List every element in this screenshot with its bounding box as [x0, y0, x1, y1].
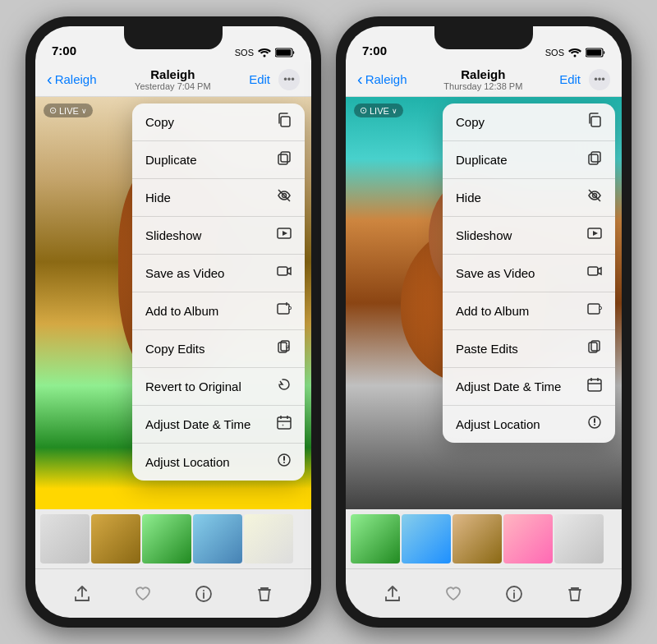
info-button-left[interactable] — [195, 585, 213, 603]
menu-datetime-right[interactable]: Adjust Date & Time — [443, 368, 615, 406]
menu-duplicate-left[interactable]: Duplicate — [132, 141, 305, 179]
nav-back-left[interactable]: ‹ Raleigh — [47, 70, 97, 89]
menu-pasteedits-right[interactable]: Paste Edits — [443, 330, 615, 368]
nav-title-main-left: Raleigh — [135, 67, 211, 81]
menu-addalbum-icon-left — [277, 301, 292, 320]
menu-revert-icon-left — [277, 377, 292, 396]
heart-button-right[interactable] — [444, 585, 462, 603]
menu-addalbum-label-right: Add to Album — [456, 304, 529, 318]
menu-savevideo-left[interactable]: Save as Video — [132, 255, 305, 292]
phone-right-screen: 7:00 SOS — [346, 26, 622, 618]
menu-pasteedits-icon-right — [587, 339, 602, 358]
menu-slideshow-icon-left — [277, 226, 292, 245]
nav-title-main-right: Raleigh — [443, 67, 522, 81]
thumb-1-left[interactable] — [40, 514, 90, 564]
live-dot-left: ⊙ — [49, 105, 57, 116]
wifi-icon-right — [568, 48, 581, 58]
nav-right-left: Edit ••• — [249, 69, 300, 90]
bottom-toolbar-right — [346, 568, 622, 618]
menu-location-right[interactable]: Adjust Location — [443, 406, 615, 443]
menu-datetime-label-right: Adjust Date & Time — [456, 380, 561, 393]
menu-copy-right[interactable]: Copy — [443, 104, 615, 141]
menu-copyedits-label-left: Copy Edits — [145, 342, 205, 356]
thumb-2-right[interactable] — [402, 514, 451, 564]
thumb-5-left[interactable] — [244, 514, 293, 564]
thumb-2-left[interactable] — [91, 514, 140, 564]
nav-edit-left[interactable]: Edit — [249, 72, 270, 86]
svg-point-26 — [203, 590, 204, 591]
status-time-left: 7:00 — [52, 44, 76, 58]
menu-datetime-label-left: Adjust Date & Time — [145, 417, 250, 431]
menu-savevideo-label-right: Save as Video — [456, 266, 535, 280]
menu-copy-left[interactable]: Copy — [132, 104, 305, 141]
carrier-right: SOS — [545, 48, 564, 58]
thumb-4-left[interactable] — [193, 514, 242, 564]
nav-subtitle-left: Yesterday 7:04 PM — [135, 81, 211, 91]
menu-revert-left[interactable]: Revert to Original — [132, 368, 305, 406]
svg-rect-5 — [281, 152, 290, 162]
share-button-left[interactable] — [73, 585, 91, 603]
svg-rect-39 — [588, 304, 600, 314]
carrier-left: SOS — [235, 48, 254, 58]
svg-rect-3 — [281, 117, 290, 126]
menu-location-icon-left — [277, 453, 292, 472]
menu-copyedits-icon-left — [277, 339, 292, 358]
menu-hide-label-right: Hide — [456, 191, 481, 205]
phone-left-screen: 7:00 SOS — [35, 26, 311, 618]
nav-title-left: Raleigh Yesterday 7:04 PM — [135, 67, 211, 91]
thumbnail-strip-right — [346, 509, 622, 568]
svg-rect-4 — [278, 154, 287, 164]
thumb-3-left[interactable] — [142, 514, 191, 564]
nav-more-right[interactable]: ••• — [589, 69, 610, 90]
svg-rect-10 — [278, 267, 287, 275]
phone-left: 7:00 SOS — [25, 16, 321, 628]
menu-slideshow-label-left: Slideshow — [145, 228, 201, 242]
thumb-5-right[interactable] — [554, 514, 604, 564]
menu-savevideo-label-left: Save as Video — [145, 266, 224, 280]
wifi-icon-left — [258, 48, 271, 58]
menu-slideshow-right[interactable]: Slideshow — [443, 217, 615, 255]
thumbnail-strip-left — [35, 509, 311, 568]
nav-back-label-left: Raleigh — [55, 72, 97, 86]
menu-hide-left[interactable]: Hide — [132, 179, 305, 217]
nav-edit-right[interactable]: Edit — [559, 72, 581, 86]
nav-bar-right: ‹ Raleigh Raleigh Thursday 12:38 PM Edit… — [346, 62, 622, 97]
nav-subtitle-right: Thursday 12:38 PM — [443, 81, 522, 91]
trash-button-left[interactable] — [255, 585, 273, 603]
nav-more-left[interactable]: ••• — [278, 69, 300, 90]
phone-right: 7:00 SOS — [336, 16, 632, 628]
menu-revert-label-left: Revert to Original — [145, 380, 241, 393]
svg-rect-17 — [278, 417, 291, 429]
trash-button-right[interactable] — [566, 585, 584, 603]
menu-location-label-left: Adjust Location — [145, 455, 230, 469]
live-badge-left[interactable]: ⊙ LIVE ∨ — [44, 104, 93, 117]
menu-duplicate-right[interactable]: Duplicate — [443, 141, 615, 179]
context-menu-right: Copy Duplicate Hide — [443, 104, 615, 443]
live-badge-right[interactable]: ⊙ LIVE ∨ — [354, 104, 403, 117]
photo-area-right: ⊙ LIVE ∨ Copy Duplicate — [346, 97, 622, 509]
photo-area-left: ⊙ LIVE ∨ Copy Duplicate — [35, 97, 311, 509]
thumb-3-right[interactable] — [453, 514, 502, 564]
menu-datetime-left[interactable]: Adjust Date & Time + — [132, 406, 305, 444]
menu-copyedits-left[interactable]: Copy Edits — [132, 330, 305, 368]
svg-text:+: + — [282, 422, 284, 427]
menu-location-label-right: Adjust Location — [456, 417, 540, 431]
menu-slideshow-left[interactable]: Slideshow — [132, 217, 305, 255]
menu-addalbum-right[interactable]: Add to Album — [443, 292, 615, 330]
heart-button-left[interactable] — [134, 585, 152, 603]
context-menu-left: Copy Duplicate Hide — [132, 104, 305, 481]
menu-savevideo-right[interactable]: Save as Video — [443, 255, 615, 292]
thumb-4-right[interactable] — [503, 514, 553, 564]
share-button-right[interactable] — [384, 585, 402, 603]
thumb-1-right[interactable] — [351, 514, 400, 564]
battery-icon-right — [586, 48, 605, 58]
nav-back-right[interactable]: ‹ Raleigh — [357, 70, 407, 89]
menu-hide-icon-left — [277, 188, 292, 207]
svg-marker-37 — [593, 231, 598, 236]
menu-addalbum-left[interactable]: Add to Album — [132, 292, 305, 330]
menu-copy-label-right: Copy — [456, 115, 485, 129]
menu-location-left[interactable]: Adjust Location — [132, 444, 305, 481]
menu-hide-right[interactable]: Hide — [443, 179, 615, 217]
svg-point-50 — [513, 590, 515, 591]
info-button-right[interactable] — [505, 585, 523, 603]
